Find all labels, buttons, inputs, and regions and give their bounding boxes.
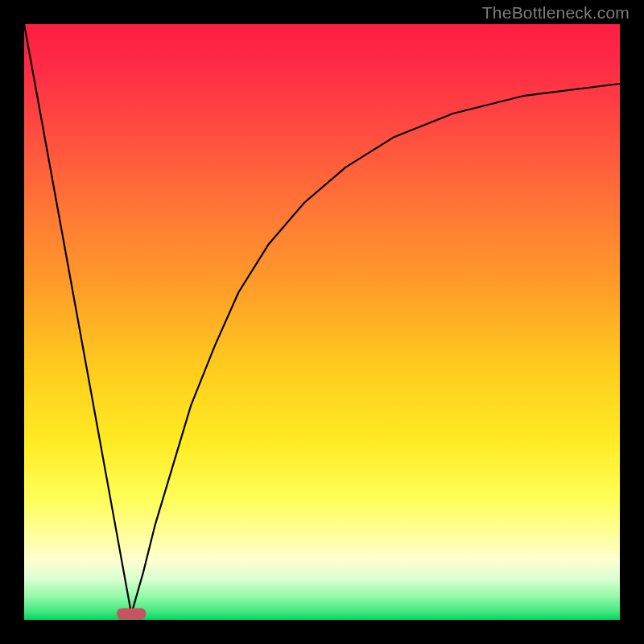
bottleneck-curve xyxy=(24,24,620,614)
optimum-marker xyxy=(117,609,146,620)
chart-svg xyxy=(24,24,620,620)
chart-frame: TheBottleneck.com xyxy=(0,0,644,644)
plot-area xyxy=(24,24,620,620)
watermark-text: TheBottleneck.com xyxy=(482,3,630,23)
